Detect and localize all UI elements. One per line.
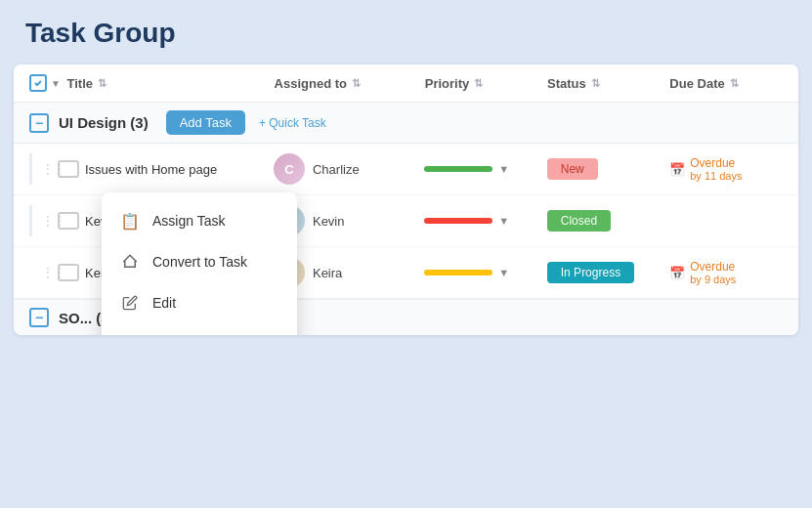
menu-label-convert: Convert to Task bbox=[152, 254, 247, 270]
task-title-1: Issues with Home page bbox=[85, 162, 274, 177]
context-menu: 📋 Assign Task Convert to Task bbox=[102, 192, 297, 335]
duedate-cell-3: 📅 Overdue by 9 days bbox=[669, 260, 783, 285]
priority-bar-1 bbox=[424, 166, 492, 172]
priority-bar-2 bbox=[424, 218, 492, 224]
task-checkbox-2[interactable] bbox=[58, 212, 79, 230]
menu-item-convert[interactable]: Convert to Task bbox=[102, 241, 297, 282]
priority-cell-2: ▼ bbox=[424, 215, 546, 227]
status-cell-1: New bbox=[547, 158, 669, 180]
menu-label-assign: Assign Task bbox=[152, 213, 225, 229]
group-toggle-so[interactable]: − bbox=[29, 308, 49, 327]
quick-task-link[interactable]: + Quick Task bbox=[259, 116, 326, 130]
main-table: ▼ Title ⇅ Assigned to ⇅ Priority ⇅ Statu… bbox=[14, 64, 798, 335]
priority-dropdown-1[interactable]: ▼ bbox=[498, 163, 509, 175]
convert-icon bbox=[119, 251, 141, 273]
priority-dropdown-3[interactable]: ▼ bbox=[498, 267, 509, 278]
duedate-sub-1: by 11 days bbox=[690, 170, 742, 182]
status-badge-3: In Progress bbox=[547, 262, 634, 283]
group-toggle-ui-design[interactable]: − bbox=[29, 113, 49, 133]
task-checkbox-1[interactable] bbox=[58, 160, 79, 178]
duedate-filter-icon[interactable]: ⇅ bbox=[730, 77, 739, 90]
status-badge-2: Closed bbox=[547, 210, 611, 232]
col-header-priority: Priority ⇅ bbox=[425, 76, 547, 91]
table-header: ▼ Title ⇅ Assigned to ⇅ Priority ⇅ Statu… bbox=[14, 64, 798, 103]
drag-handle-icon-3[interactable]: ⋮⋮ bbox=[42, 266, 54, 279]
menu-item-delete[interactable]: Delete bbox=[102, 323, 297, 335]
duedate-text-3: Overdue bbox=[690, 260, 736, 274]
status-cell-3: In Progress bbox=[547, 262, 669, 283]
priority-dropdown-2[interactable]: ▼ bbox=[498, 215, 509, 227]
menu-item-edit[interactable]: Edit bbox=[102, 282, 297, 323]
calendar-icon-3: 📅 bbox=[669, 266, 685, 280]
select-dropdown-arrow[interactable]: ▼ bbox=[51, 78, 61, 89]
duedate-cell-1: 📅 Overdue by 11 days bbox=[669, 156, 783, 182]
assigned-name-1: Charlize bbox=[313, 162, 360, 177]
group-row-ui-design: − UI Design (3) Add Task + Quick Task bbox=[14, 103, 798, 144]
assigned-name-2: Kevin bbox=[313, 214, 345, 229]
task-row: ⋮⋮ Issues with Home page C Charlize ▼ Ne… bbox=[14, 144, 798, 195]
priority-cell-1: ▼ bbox=[424, 163, 546, 175]
col-header-duedate: Due Date ⇅ bbox=[669, 76, 783, 91]
delete-icon bbox=[119, 333, 141, 335]
menu-item-assign[interactable]: 📋 Assign Task bbox=[102, 200, 297, 241]
title-filter-icon[interactable]: ⇅ bbox=[98, 77, 107, 90]
col-header-status: Status ⇅ bbox=[547, 76, 669, 91]
status-badge-1: New bbox=[547, 158, 598, 180]
drag-handle-icon-2[interactable]: ⋮⋮ bbox=[42, 214, 54, 228]
duedate-sub-3: by 9 days bbox=[690, 274, 736, 285]
status-filter-icon[interactable]: ⇅ bbox=[591, 77, 600, 90]
col-header-title: Title ⇅ bbox=[67, 76, 275, 91]
drag-handle-icon[interactable]: ⋮⋮ bbox=[42, 162, 54, 176]
menu-label-edit: Edit bbox=[152, 295, 176, 311]
duedate-text-1: Overdue bbox=[690, 156, 742, 170]
drag-stripe bbox=[29, 153, 32, 185]
task-checkbox-3[interactable] bbox=[58, 264, 79, 281]
priority-bar-3 bbox=[424, 270, 492, 275]
select-all-checkbox[interactable] bbox=[29, 74, 47, 92]
assigned-name-3: Keira bbox=[313, 266, 342, 280]
priority-cell-3: ▼ bbox=[424, 267, 546, 278]
avatar-charlize: C bbox=[274, 153, 305, 185]
status-cell-2: Closed bbox=[547, 210, 669, 232]
edit-icon bbox=[119, 292, 141, 314]
col-header-assigned: Assigned to ⇅ bbox=[275, 76, 425, 91]
assigned-filter-icon[interactable]: ⇅ bbox=[352, 77, 361, 90]
drag-stripe-2 bbox=[29, 205, 32, 236]
assign-icon: 📋 bbox=[119, 210, 141, 232]
priority-filter-icon[interactable]: ⇅ bbox=[474, 77, 483, 90]
page-title: Task Group bbox=[25, 18, 787, 49]
group-label-ui-design: UI Design (3) bbox=[59, 114, 149, 131]
add-task-button[interactable]: Add Task bbox=[166, 110, 245, 135]
calendar-icon-1: 📅 bbox=[669, 162, 685, 177]
assigned-cell-1: C Charlize bbox=[274, 153, 424, 185]
